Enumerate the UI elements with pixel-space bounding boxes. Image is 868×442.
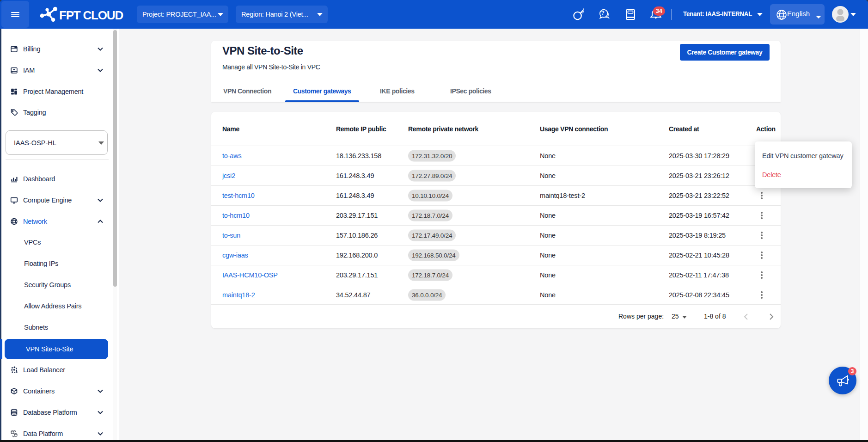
svg-text:FPT CLOUD: FPT CLOUD [59,8,123,22]
svg-text:?: ? [601,10,605,16]
